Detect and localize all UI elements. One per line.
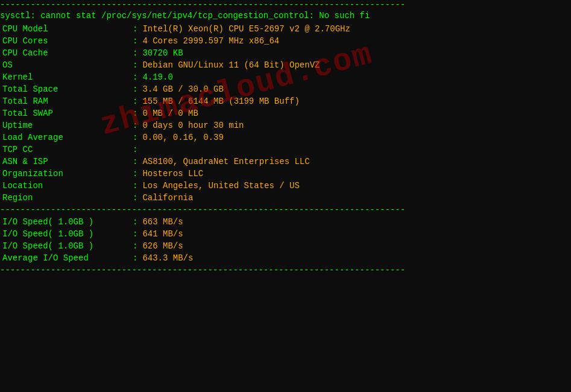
info-row: ASN & ISP:AS8100, QuadraNet Enterprises … (0, 156, 571, 168)
info-value: AS8100, QuadraNet Enterprises LLC (142, 157, 309, 166)
info-value: 0 days 0 hour 30 min (142, 121, 244, 130)
info-value: 3.4 GB / 30.0 GB (142, 84, 223, 94)
info-row: Total RAM:155 MB / 6144 MB (3199 MB Buff… (0, 95, 571, 107)
info-label: CPU Cores (0, 36, 133, 46)
io-label: I/O Speed( 1.0GB ) (0, 229, 133, 239)
info-section: CPU Model:Intel(R) Xeon(R) CPU E5-2697 v… (0, 22, 571, 205)
info-value: Los Angeles, United States / US (142, 181, 299, 191)
info-value: 0 MB / 0 MB (142, 109, 198, 118)
info-label: Region (0, 193, 133, 203)
info-label: Uptime (0, 121, 133, 130)
io-label: Average I/O Speed (0, 253, 133, 263)
divider-mid: ----------------------------------------… (0, 205, 571, 215)
info-colon: : (133, 60, 137, 70)
info-row: TCP CC: (0, 144, 571, 156)
info-colon: : (133, 121, 137, 130)
info-row: Total SWAP:0 MB / 0 MB (0, 107, 571, 119)
info-colon: : (133, 48, 137, 58)
io-colon: : (133, 241, 137, 251)
info-colon: : (133, 133, 137, 142)
info-label: Kernel (0, 72, 133, 82)
info-label: TCP CC (0, 145, 133, 154)
io-row: I/O Speed( 1.0GB ):641 MB/s (0, 228, 571, 240)
io-colon: : (133, 217, 137, 227)
info-colon: : (133, 84, 137, 94)
io-row: I/O Speed( 1.0GB ):663 MB/s (0, 216, 571, 228)
info-label: Organization (0, 169, 133, 179)
info-row: Uptime:0 days 0 hour 30 min (0, 119, 571, 131)
info-row: Total Space:3.4 GB / 30.0 GB (0, 83, 571, 95)
info-value: 4.19.0 (142, 72, 172, 82)
info-row: CPU Model:Intel(R) Xeon(R) CPU E5-2697 v… (0, 23, 571, 35)
info-value: 155 MB / 6144 MB (3199 MB Buff) (142, 96, 299, 106)
info-row: Region:California (0, 192, 571, 204)
info-colon: : (133, 145, 137, 154)
info-colon: : (133, 157, 137, 166)
info-label: OS (0, 60, 133, 70)
io-value: 663 MB/s (142, 217, 183, 227)
info-value: 0.00, 0.16, 0.39 (142, 133, 223, 142)
info-colon: : (133, 181, 137, 191)
info-row: CPU Cores:4 Cores 2999.597 MHz x86_64 (0, 35, 571, 47)
io-label: I/O Speed( 1.0GB ) (0, 217, 133, 227)
info-colon: : (133, 109, 137, 118)
io-value: 641 MB/s (142, 229, 183, 239)
io-row: I/O Speed( 1.0GB ):626 MB/s (0, 240, 571, 252)
io-value: 643.3 MB/s (142, 253, 193, 263)
terminal: ----------------------------------------… (0, 0, 571, 392)
info-value: Hosteros LLC (142, 169, 203, 179)
info-row: CPU Cache:30720 KB (0, 47, 571, 59)
io-label: I/O Speed( 1.0GB ) (0, 241, 133, 251)
info-colon: : (133, 169, 137, 179)
info-value: 4 Cores 2999.597 MHz x86_64 (142, 36, 279, 46)
info-label: Location (0, 181, 133, 191)
io-section: I/O Speed( 1.0GB ):663 MB/sI/O Speed( 1.… (0, 215, 571, 265)
io-value: 626 MB/s (142, 241, 183, 251)
info-colon: : (133, 72, 137, 82)
io-colon: : (133, 229, 137, 239)
info-label: Total SWAP (0, 109, 133, 118)
info-row: Load Average:0.00, 0.16, 0.39 (0, 131, 571, 144)
info-label: Load Average (0, 133, 133, 142)
info-colon: : (133, 36, 137, 46)
info-colon: : (133, 193, 137, 203)
divider-top: ----------------------------------------… (0, 0, 571, 10)
divider-bot: ----------------------------------------… (0, 265, 571, 275)
info-row: Organization:Hosteros LLC (0, 168, 571, 180)
info-value: Intel(R) Xeon(R) CPU E5-2697 v2 @ 2.70GH… (142, 24, 350, 34)
info-row: OS:Debian GNU/Linux 11 (64 Bit) OpenVZ (0, 59, 571, 71)
info-value: California (142, 193, 193, 203)
info-value: 30720 KB (142, 48, 183, 58)
info-label: ASN & ISP (0, 157, 133, 166)
error-line: sysctl: cannot stat /proc/sys/net/ipv4/t… (0, 10, 571, 22)
info-label: CPU Model (0, 24, 133, 34)
info-colon: : (133, 96, 137, 106)
info-row: Location:Los Angeles, United States / US (0, 180, 571, 192)
info-colon: : (133, 24, 137, 34)
info-label: Total Space (0, 84, 133, 94)
info-row: Kernel:4.19.0 (0, 71, 571, 83)
info-value: Debian GNU/Linux 11 (64 Bit) OpenVZ (142, 60, 320, 70)
io-row: Average I/O Speed:643.3 MB/s (0, 252, 571, 264)
info-label: Total RAM (0, 96, 133, 106)
info-label: CPU Cache (0, 48, 133, 58)
io-colon: : (133, 253, 137, 263)
